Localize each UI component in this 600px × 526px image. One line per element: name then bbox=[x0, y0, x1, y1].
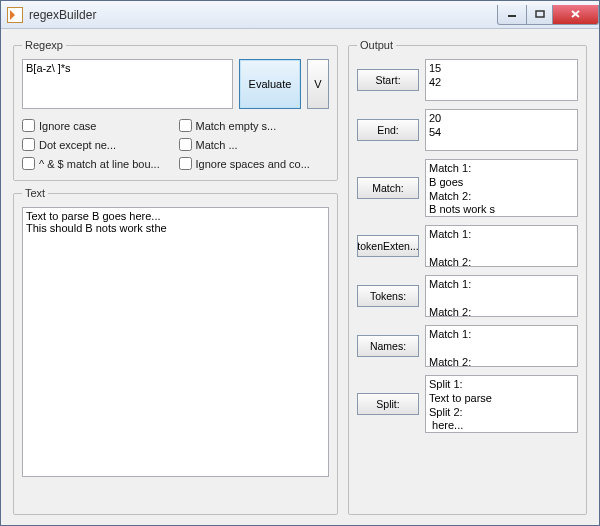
maximize-icon bbox=[535, 10, 545, 18]
evaluate-button[interactable]: Evaluate bbox=[239, 59, 301, 109]
names-button[interactable]: Names: bbox=[357, 335, 419, 357]
regexp-group: Regexp Evaluate V Ignore case Match empt… bbox=[13, 39, 338, 181]
match-empty-checkbox[interactable]: Match empty s... bbox=[179, 119, 330, 132]
app-window: regexBuilder Regexp Evaluate V bbox=[0, 0, 600, 526]
match-empty-label: Match empty s... bbox=[196, 120, 277, 132]
end-output[interactable] bbox=[425, 109, 578, 151]
ignore-case-label: Ignore case bbox=[39, 120, 96, 132]
tokens-button[interactable]: Tokens: bbox=[357, 285, 419, 307]
regexp-legend: Regexp bbox=[22, 39, 66, 51]
window-controls bbox=[497, 5, 599, 25]
tokenextents-button[interactable]: tokenExten... bbox=[357, 235, 419, 257]
minimize-button[interactable] bbox=[497, 5, 527, 25]
maximize-button[interactable] bbox=[527, 5, 553, 25]
regexp-options: Ignore case Match empty s... Dot except … bbox=[22, 119, 329, 170]
match-label: Match ... bbox=[196, 139, 238, 151]
anchors-label: ^ & $ match at line bou... bbox=[39, 158, 160, 170]
start-output[interactable] bbox=[425, 59, 578, 101]
client-area: Regexp Evaluate V Ignore case Match empt… bbox=[1, 29, 599, 525]
close-icon bbox=[570, 9, 581, 19]
dot-except-checkbox[interactable]: Dot except ne... bbox=[22, 138, 173, 151]
svg-rect-0 bbox=[508, 15, 516, 17]
text-group: Text bbox=[13, 187, 338, 515]
match-button[interactable]: Match: bbox=[357, 177, 419, 199]
close-button[interactable] bbox=[553, 5, 599, 25]
ignore-spaces-checkbox[interactable]: Ignore spaces and co... bbox=[179, 157, 330, 170]
anchors-checkbox[interactable]: ^ & $ match at line bou... bbox=[22, 157, 173, 170]
match-checkbox[interactable]: Match ... bbox=[179, 138, 330, 151]
svg-rect-1 bbox=[536, 11, 544, 17]
split-button[interactable]: Split: bbox=[357, 393, 419, 415]
split-output[interactable] bbox=[425, 375, 578, 433]
text-input[interactable] bbox=[22, 207, 329, 477]
ignore-case-checkbox[interactable]: Ignore case bbox=[22, 119, 173, 132]
left-column: Regexp Evaluate V Ignore case Match empt… bbox=[13, 39, 338, 515]
tokens-output[interactable] bbox=[425, 275, 578, 317]
start-button[interactable]: Start: bbox=[357, 69, 419, 91]
app-icon bbox=[7, 7, 23, 23]
dropdown-button[interactable]: V bbox=[307, 59, 329, 109]
regexp-input[interactable] bbox=[22, 59, 233, 109]
output-group: Output Start: End: Match: tokenExten... bbox=[348, 39, 587, 515]
right-column: Output Start: End: Match: tokenExten... bbox=[348, 39, 587, 515]
text-legend: Text bbox=[22, 187, 48, 199]
tokenextents-output[interactable] bbox=[425, 225, 578, 267]
match-output[interactable] bbox=[425, 159, 578, 217]
end-button[interactable]: End: bbox=[357, 119, 419, 141]
ignore-spaces-label: Ignore spaces and co... bbox=[196, 158, 310, 170]
dot-except-label: Dot except ne... bbox=[39, 139, 116, 151]
titlebar[interactable]: regexBuilder bbox=[1, 1, 599, 29]
minimize-icon bbox=[507, 10, 517, 18]
window-title: regexBuilder bbox=[29, 8, 96, 22]
output-legend: Output bbox=[357, 39, 396, 51]
names-output[interactable] bbox=[425, 325, 578, 367]
